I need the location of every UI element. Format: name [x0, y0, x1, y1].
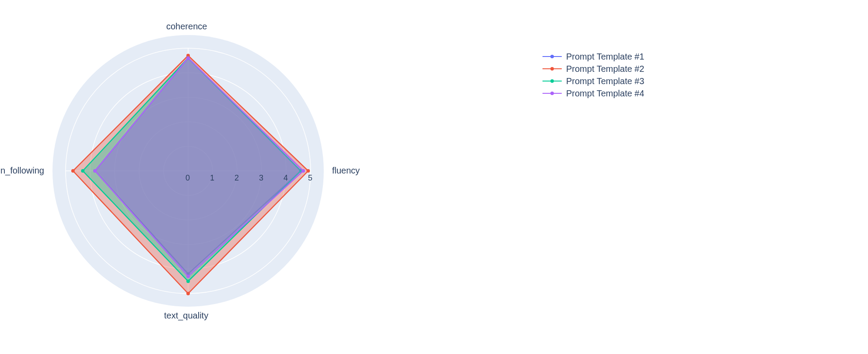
legend-item-1[interactable]: Prompt Template #1 [542, 50, 644, 63]
svg-point-17 [186, 292, 190, 295]
legend-item-4[interactable]: Prompt Template #4 [542, 87, 644, 99]
svg-point-22 [301, 169, 305, 173]
legend-label-1: Prompt Template #1 [566, 52, 644, 62]
tick-label-4: 4 [284, 173, 288, 183]
tick-label-3: 3 [259, 173, 263, 183]
svg-point-25 [186, 275, 190, 278]
svg-point-23 [186, 56, 190, 60]
radar-svg [48, 31, 328, 311]
legend-swatch-2 [542, 68, 562, 70]
legend-label-3: Prompt Template #3 [566, 76, 644, 86]
legend-label-2: Prompt Template #2 [566, 64, 644, 74]
legend-swatch-1 [542, 56, 562, 57]
legend-item-2[interactable]: Prompt Template #2 [542, 63, 644, 75]
axis-label-text-quality: text_quality [164, 311, 208, 321]
axis-label-instruction-following: instruction_following [0, 166, 44, 176]
svg-point-16 [71, 169, 75, 173]
svg-point-21 [186, 280, 190, 283]
legend-item-3[interactable]: Prompt Template #3 [542, 75, 644, 87]
axis-label-fluency: fluency [332, 166, 360, 176]
tick-label-0: 0 [186, 173, 190, 183]
tick-label-2: 2 [234, 173, 239, 183]
tick-label-5: 5 [308, 173, 312, 183]
legend-swatch-3 [542, 81, 562, 82]
axis-label-coherence: coherence [166, 21, 207, 32]
svg-point-14 [306, 169, 310, 173]
svg-point-20 [81, 169, 84, 173]
tick-label-1: 1 [210, 173, 214, 183]
legend-swatch-4 [542, 93, 562, 94]
legend-label-4: Prompt Template #4 [566, 88, 644, 99]
svg-point-24 [93, 169, 97, 173]
radar-chart: fluency coherence instruction_following … [48, 31, 328, 311]
legend: Prompt Template #1 Prompt Template #2 Pr… [542, 50, 644, 99]
